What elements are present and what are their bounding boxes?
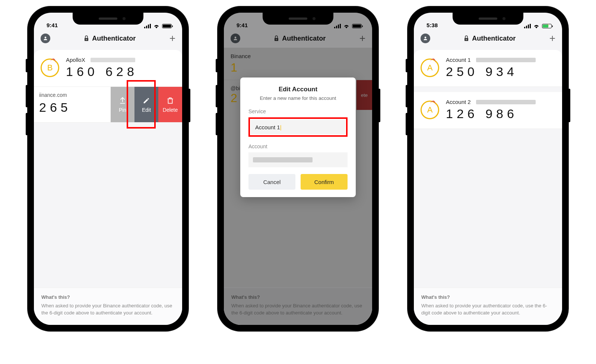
footer-help: What's this? When asked to provide your … — [414, 288, 562, 325]
app-header: Authenticator + — [414, 29, 562, 48]
svg-point-18 — [425, 37, 427, 38]
svg-rect-17 — [530, 24, 531, 28]
entry-otp-code: 250 934 — [446, 64, 536, 79]
battery-charging-icon — [542, 24, 552, 28]
entry-otp-code: 126 986 — [446, 107, 536, 121]
phone-frame-3: 5:38 Authenticator + A Account — [408, 7, 568, 331]
content-area: B ApolloX 160 628 iinance.com 265 — [34, 48, 182, 288]
confirm-button[interactable]: Confirm — [301, 174, 348, 190]
account-input[interactable] — [248, 152, 348, 167]
entry-account-masked — [476, 58, 536, 62]
timer-ring-icon: A — [421, 101, 439, 119]
app-header: Authenticator + — [34, 29, 182, 48]
trash-icon — [166, 96, 174, 105]
svg-rect-6 — [86, 39, 87, 40]
svg-rect-3 — [150, 24, 151, 28]
entry-otp-partial: 265 — [39, 100, 72, 115]
profile-button[interactable] — [421, 34, 430, 43]
highlight-service-input: Account 1| — [248, 117, 348, 137]
entry-service-name: Account 1 — [446, 57, 471, 63]
phone-frame-2: 9:41 Authenticator + Binance — [218, 7, 378, 331]
footer-body: When asked to provide your authenticator… — [421, 303, 547, 316]
lock-icon — [464, 35, 469, 41]
svg-rect-2 — [148, 25, 149, 28]
add-account-button[interactable]: + — [169, 33, 175, 44]
edit-account-modal: Edit Account Enter a new name for this a… — [240, 77, 356, 197]
svg-rect-0 — [144, 27, 145, 28]
entry-service-name: ApolloX — [66, 57, 85, 63]
signal-icon — [524, 24, 531, 28]
lock-icon — [84, 35, 89, 41]
auth-entry-account1[interactable]: A Account 1 250 934 — [414, 50, 562, 87]
svg-point-4 — [45, 37, 47, 38]
profile-button[interactable] — [41, 34, 50, 43]
edit-action-button[interactable]: Edit — [134, 87, 158, 122]
add-account-button[interactable]: + — [549, 33, 555, 44]
auth-entry-apollox[interactable]: B ApolloX 160 628 — [34, 50, 182, 87]
notch — [73, 13, 143, 25]
content-area: A Account 1 250 934 A Account 2 126 — [414, 48, 562, 288]
wifi-icon — [533, 24, 540, 28]
service-input[interactable]: Account 1| — [251, 120, 345, 134]
footer-title: What's this? — [421, 294, 555, 301]
signal-icon — [144, 24, 151, 28]
modal-subtitle: Enter a new name for this account — [248, 95, 348, 101]
footer-body: When asked to provide your Binance authe… — [41, 303, 172, 316]
cancel-button[interactable]: Cancel — [248, 174, 295, 190]
timer-ring-icon: B — [41, 58, 59, 77]
timer-ring-icon: A — [421, 58, 439, 77]
svg-rect-20 — [466, 39, 467, 40]
auth-entry-swiped[interactable]: iinance.com 265 Pin Edit Delete — [34, 87, 182, 123]
service-field-label: Service — [248, 108, 348, 114]
delete-action-button[interactable]: Delete — [158, 87, 182, 122]
account-value-masked — [253, 157, 313, 162]
notch — [453, 13, 523, 25]
entry-account-fragment: iinance.com — [39, 92, 72, 98]
entry-otp-code: 160 628 — [66, 64, 138, 79]
account-field-label: Account — [248, 143, 348, 149]
edit-icon — [142, 96, 150, 105]
entry-service-name: Account 2 — [446, 99, 471, 105]
pin-action-button[interactable]: Pin — [111, 87, 134, 122]
app-title: Authenticator — [92, 35, 136, 42]
auth-entry-account2[interactable]: A Account 2 126 986 — [414, 92, 562, 129]
svg-rect-14 — [524, 27, 525, 28]
svg-rect-16 — [528, 25, 529, 28]
svg-rect-1 — [146, 26, 147, 28]
entry-account-masked — [476, 100, 536, 104]
pin-icon — [118, 96, 127, 105]
notch — [263, 13, 333, 25]
footer-title: What's this? — [41, 294, 175, 301]
app-title: Authenticator — [472, 35, 516, 42]
phone-frame-1: 9:41 Authenticator + B ApolloX — [28, 7, 188, 331]
entry-account-masked — [91, 58, 135, 62]
modal-title: Edit Account — [248, 86, 348, 93]
status-time: 9:41 — [47, 22, 58, 28]
footer-help: What's this? When asked to provide your … — [34, 288, 182, 325]
svg-rect-15 — [526, 26, 527, 28]
battery-icon — [162, 24, 172, 28]
wifi-icon — [153, 24, 160, 28]
status-time: 5:38 — [427, 22, 438, 28]
